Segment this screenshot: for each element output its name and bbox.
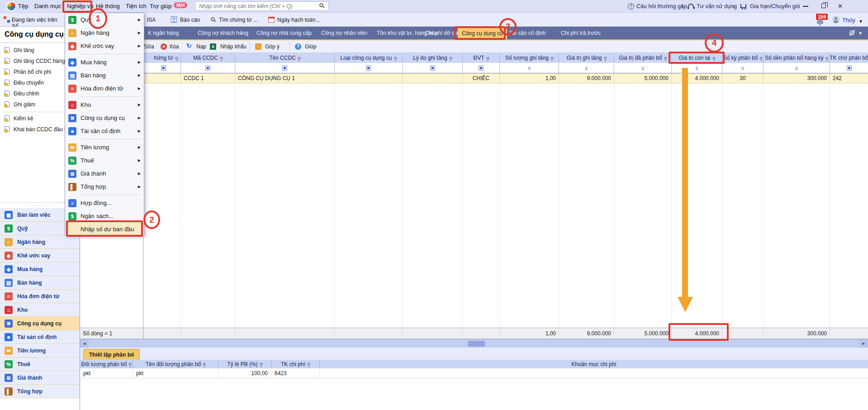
user-name[interactable]: Thủy: [842, 17, 855, 24]
menu-item-khe-uoc-vay[interactable]: ◆Khế ước vay▶: [65, 39, 144, 52]
filter-cell[interactable]: [235, 63, 335, 73]
feedback-icon[interactable]: ↑: [255, 43, 261, 50]
column-header-account[interactable]: TK chờ phân bổ: [830, 53, 868, 63]
reload-icon[interactable]: ↻: [186, 42, 192, 49]
le-filter-icon[interactable]: ≤: [585, 65, 588, 71]
pin-icon[interactable]: [551, 57, 553, 59]
filter-icon[interactable]: [847, 66, 852, 71]
le-filter-icon[interactable]: ≤: [641, 65, 644, 71]
posting-date-icon[interactable]: [268, 17, 275, 23]
menu-item-hoa-don[interactable]: ≡Hóa đơn điện tử▶: [65, 82, 144, 95]
pin-icon[interactable]: [713, 57, 715, 59]
menu-item-quy[interactable]: $Quỹ▶: [65, 13, 144, 26]
menu-item-nhap-so-du-ban-dau[interactable]: Nhập số dư ban đầu: [65, 223, 144, 236]
nav-item-khe-uoc-vay[interactable]: ◆Khế ước vay: [0, 249, 80, 262]
nav-item-tong-hop[interactable]: ▌Tổng hợp: [0, 385, 80, 398]
tab-fixed-assets[interactable]: Tài sản cố định: [509, 27, 545, 39]
faq-link[interactable]: Câu hỏi thường gặp: [636, 3, 687, 10]
allocation-row[interactable]: pkt pkt 100,00 6423: [80, 368, 868, 378]
tab-prepaid-expense[interactable]: Chi phí trả trước: [561, 27, 601, 39]
filter-cell[interactable]: ≤: [764, 63, 830, 73]
posting-date-button[interactable]: Ngày hạch toán...: [277, 17, 320, 23]
filter-cell[interactable]: [463, 63, 500, 73]
pin-icon[interactable]: [760, 57, 762, 59]
filter-cell[interactable]: [403, 63, 463, 73]
menu-item-hop-dong[interactable]: ≡Hợp đồng...: [65, 196, 144, 210]
menu-help[interactable]: Trợ giúp: [150, 3, 172, 10]
le-filter-icon[interactable]: ≤: [795, 65, 798, 71]
menu-item-ban-hang[interactable]: ▤Bán hàng▶: [65, 69, 144, 82]
user-caret-icon[interactable]: ▾: [859, 18, 862, 24]
filter-icon[interactable]: [161, 66, 166, 71]
filter-icon[interactable]: [282, 66, 287, 71]
menu-item-thue[interactable]: %Thuế▶: [65, 154, 144, 167]
pin-icon[interactable]: [260, 363, 262, 365]
bell-icon[interactable]: [817, 19, 823, 24]
column-header-periods[interactable]: Số kỳ phân bổ: [722, 53, 764, 63]
menu-catalog[interactable]: Danh mục: [34, 3, 61, 10]
menu-item-kho[interactable]: ⌂Kho▶: [65, 98, 144, 111]
search-input[interactable]: [195, 1, 329, 11]
import-button[interactable]: Nhập khẩu: [220, 43, 247, 50]
filter-cell[interactable]: ≤: [559, 63, 614, 73]
scroll-left-button[interactable]: ◄: [80, 339, 89, 348]
pin-icon[interactable]: [826, 57, 828, 59]
tab-supplier-debt[interactable]: Công nợ nhà cung cấp: [256, 27, 312, 39]
faq-caret-icon[interactable]: ▾: [681, 5, 683, 9]
filter-cell[interactable]: [830, 63, 868, 73]
nav-item-cong-cu-dung-cu[interactable]: ✖Công cụ dụng cụ: [0, 317, 80, 330]
pin-icon[interactable]: [129, 363, 131, 365]
pin-icon[interactable]: [220, 57, 223, 59]
menu-item-tai-san-co-dinh[interactable]: ■Tài sản cố định▶: [65, 124, 144, 138]
nav-item-hoa-don[interactable]: ≡Hóa đơn điện tử: [0, 290, 80, 303]
close-button[interactable]: ✕: [838, 3, 843, 10]
pin-icon[interactable]: [308, 363, 310, 365]
pin-icon[interactable]: [450, 57, 452, 59]
cart-icon[interactable]: [740, 4, 746, 8]
pin-icon[interactable]: [203, 363, 205, 365]
tab-allocation-setup[interactable]: Thiết lập phân bổ: [83, 349, 140, 360]
filter-cell[interactable]: [181, 63, 235, 73]
le-filter-icon[interactable]: ≤: [741, 65, 744, 71]
alloc-col-account[interactable]: TK chi phí: [271, 360, 320, 368]
feedback-button[interactable]: Góp ý: [265, 43, 280, 50]
table-row[interactable]: CCDC 1 CÔNG CỤ DỤNG CỤ 1 CHIẾC 1,00 9.00…: [80, 73, 868, 83]
column-header-value[interactable]: Giá trị ghi tăng: [559, 53, 614, 63]
menu-item-mua-hang[interactable]: ◈Mua hàng▶: [65, 56, 144, 69]
filter-cell[interactable]: [335, 63, 403, 73]
alloc-col-ratio[interactable]: Tỷ lệ PB (%): [218, 360, 271, 368]
tab-customer-debt[interactable]: Công nợ khách hàng: [198, 27, 248, 39]
menu-system[interactable]: Hệ thống: [96, 3, 120, 10]
tab-employee-debt[interactable]: Công nợ nhân viên: [321, 27, 367, 39]
column-header-code[interactable]: Mã CCDC: [181, 53, 235, 63]
nav-item-thue[interactable]: %Thuế: [0, 358, 80, 371]
filter-icon[interactable]: [366, 66, 371, 71]
pin-icon[interactable]: [298, 57, 300, 59]
reload-button[interactable]: Nạp: [196, 43, 206, 50]
menu-item-tien-luong[interactable]: ✉Tiền lương▶: [65, 141, 144, 154]
avatar[interactable]: [832, 16, 840, 23]
edit-button[interactable]: Sửa: [144, 43, 154, 50]
filter-cell[interactable]: ≤: [672, 63, 722, 73]
column-header-period-amount[interactable]: Số tiền phân bổ hàng kỳ: [764, 53, 830, 63]
menu-item-tong-hop[interactable]: ▌Tổng hợp▶: [65, 180, 144, 193]
tab-tools-active[interactable]: Công cụ dụng cụ: [458, 28, 507, 39]
report-icon[interactable]: [171, 16, 177, 23]
filter-cell[interactable]: ≤: [722, 63, 764, 73]
filter-icon[interactable]: [205, 66, 210, 71]
column-header-remaining[interactable]: Giá trị còn lại: [672, 53, 722, 63]
menu-utilities[interactable]: Tiện ích: [126, 3, 147, 10]
faq-icon[interactable]: ?: [628, 3, 634, 10]
renew-link[interactable]: Gia hạn/Chuyển gói: [750, 3, 800, 10]
alloc-col-object[interactable]: Đối tượng phân bổ: [80, 360, 133, 368]
consult-link[interactable]: Tư vấn sử dụng: [697, 3, 737, 10]
tab-bank[interactable]: K ngân hàng: [148, 27, 179, 39]
headset-icon[interactable]: [688, 4, 694, 8]
search-icon[interactable]: [319, 3, 323, 7]
column-header-unit[interactable]: ĐVT: [463, 53, 500, 63]
scroll-right-button[interactable]: ►: [859, 339, 868, 348]
gear-icon[interactable]: [849, 30, 854, 35]
nav-item-mua-hang[interactable]: ◈Mua hàng: [0, 262, 80, 276]
pin-icon[interactable]: [487, 57, 489, 59]
alloc-col-object-name[interactable]: Tên đối tượng phân bổ: [133, 360, 218, 368]
